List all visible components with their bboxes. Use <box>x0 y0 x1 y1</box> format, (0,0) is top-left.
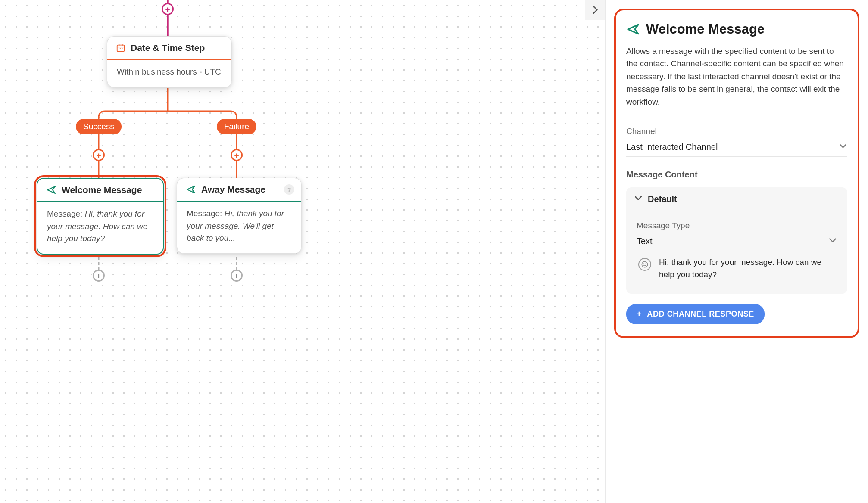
plus-icon: + <box>165 5 170 13</box>
plus-icon: + <box>96 151 101 159</box>
message-prefix: Message: <box>187 209 225 218</box>
side-panel: Welcome Message Allows a message with th… <box>605 0 868 503</box>
chevron-down-icon <box>635 196 642 203</box>
add-step-button-failure[interactable]: + <box>231 149 243 161</box>
workflow-canvas[interactable]: + Date & Time Step Within business hours… <box>0 0 605 503</box>
branch-label-success: Success <box>76 119 122 134</box>
svg-point-14 <box>643 264 644 264</box>
add-step-button-after-away[interactable]: + <box>231 270 243 282</box>
side-panel-inner: Welcome Message Allows a message with th… <box>614 9 859 338</box>
chevron-down-icon <box>840 144 846 151</box>
add-step-button-after-welcome[interactable]: + <box>93 270 105 282</box>
welcome-message-node[interactable]: Welcome Message Message: Hi, thank you f… <box>37 178 164 255</box>
message-type-selected-value: Text <box>637 236 653 246</box>
panel-description: Allows a message with the specified cont… <box>626 45 847 117</box>
accordion-title: Default <box>648 194 677 204</box>
branch-label-failure: Failure <box>217 119 256 134</box>
svg-point-13 <box>642 261 648 267</box>
emoji-picker-button[interactable] <box>638 258 651 271</box>
chevron-down-icon <box>829 238 836 245</box>
add-channel-response-label: ADD CHANNEL RESPONSE <box>647 310 754 319</box>
add-step-button-top[interactable]: + <box>162 3 174 15</box>
welcome-node-body: Message: Hi, thank you for your message.… <box>37 202 163 254</box>
away-node-title: Away Message <box>201 184 265 195</box>
chevron-right-icon <box>593 6 598 14</box>
panel-title: Welcome Message <box>646 22 765 37</box>
add-channel-response-button[interactable]: + ADD CHANNEL RESPONSE <box>626 304 765 324</box>
message-prefix: Message: <box>47 209 85 218</box>
svg-point-11 <box>120 48 121 49</box>
send-icon <box>186 184 196 195</box>
message-type-label: Message Type <box>637 221 837 230</box>
away-message-node[interactable]: ? Away Message Message: Hi, thank you fo… <box>177 178 302 254</box>
plus-icon: + <box>234 151 239 159</box>
svg-point-15 <box>645 264 646 264</box>
default-content-accordion: Default Message Type Text Hi, thank you … <box>626 187 847 294</box>
svg-point-12 <box>122 48 123 49</box>
smile-icon <box>641 261 649 268</box>
datetime-node-title: Date & Time Step <box>131 43 205 53</box>
collapse-panel-button[interactable] <box>585 0 605 20</box>
help-icon[interactable]: ? <box>284 184 294 195</box>
plus-icon: + <box>96 272 101 280</box>
plus-icon: + <box>234 272 239 280</box>
datetime-step-node[interactable]: Date & Time Step Within business hours -… <box>107 36 232 87</box>
channel-label: Channel <box>626 127 847 136</box>
channel-selected-value: Last Interacted Channel <box>626 142 718 152</box>
send-icon <box>46 185 56 195</box>
calendar-icon <box>116 43 125 53</box>
accordion-toggle[interactable]: Default <box>626 187 847 211</box>
svg-point-10 <box>119 48 119 49</box>
away-node-body: Message: Hi, thank you for your message.… <box>177 202 301 253</box>
channel-select[interactable]: Last Interacted Channel <box>626 140 847 157</box>
plus-icon: + <box>637 309 642 319</box>
panel-title-row: Welcome Message <box>626 22 847 37</box>
send-icon <box>626 22 640 36</box>
message-type-select[interactable]: Text <box>637 234 837 251</box>
add-step-button-success[interactable]: + <box>93 149 105 161</box>
message-text-input[interactable]: Hi, thank you for your message. How can … <box>659 256 835 281</box>
welcome-node-title: Welcome Message <box>62 185 142 195</box>
datetime-node-body: Within business hours - UTC <box>107 60 231 87</box>
message-content-section-title: Message Content <box>626 170 847 180</box>
